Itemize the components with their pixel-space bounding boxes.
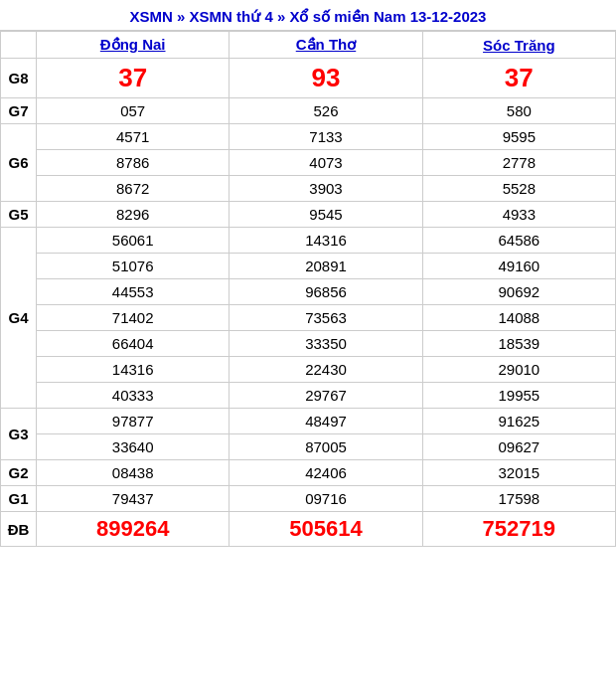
cell-col1: 71402 [37, 305, 230, 331]
cell-col2: 09716 [230, 486, 422, 512]
cell-col3: 49160 [422, 254, 615, 279]
cell-col3: 2778 [422, 150, 615, 176]
cell-col3: 580 [422, 98, 615, 124]
header-sep2: » [273, 8, 290, 25]
cell-col3: 29010 [422, 357, 615, 383]
cell-col2: 505614 [230, 512, 422, 547]
cell-col1: 14316 [37, 357, 230, 383]
prize-label: G1 [1, 486, 37, 512]
cell-col2: 3903 [230, 176, 422, 202]
cell-col1: 51076 [37, 254, 230, 279]
cell-col1: 37 [37, 59, 230, 98]
prize-label: G5 [1, 202, 37, 228]
col-header-label [1, 32, 37, 59]
page-header: XSMN » XSMN thứ 4 » Xổ số miền Nam 13-12… [0, 0, 616, 31]
cell-col2: 20891 [230, 254, 422, 279]
table-row: G5829695454933 [1, 202, 616, 228]
table-row: 867239035528 [1, 176, 616, 202]
header-xsmn: XSMN [130, 8, 173, 25]
col-header-dong-nai: Đồng Nai [37, 32, 230, 59]
lottery-table: Đồng Nai Cần Thơ Sóc Trăng G8379337G7057… [0, 31, 616, 547]
prize-label: ĐB [1, 512, 37, 547]
table-row: ĐB899264505614752719 [1, 512, 616, 547]
cell-col3: 9595 [422, 124, 615, 150]
cell-col3: 14088 [422, 305, 615, 331]
cell-col2: 42406 [230, 460, 422, 486]
cell-col2: 87005 [230, 434, 422, 460]
table-row: 714027356314088 [1, 305, 616, 331]
cell-col2: 33350 [230, 331, 422, 357]
prize-label: G6 [1, 124, 37, 202]
cell-col3: 32015 [422, 460, 615, 486]
cell-col1: 66404 [37, 331, 230, 357]
cell-col3: 18539 [422, 331, 615, 357]
cell-col2: 22430 [230, 357, 422, 383]
cell-col1: 33640 [37, 434, 230, 460]
header-date: Xổ số miền Nam 13-12-2023 [289, 8, 486, 25]
table-row: G7057526580 [1, 98, 616, 124]
col-header-soc-trang: Sóc Trăng [422, 32, 615, 59]
table-row: G8379337 [1, 59, 616, 98]
cell-col1: 8786 [37, 150, 230, 176]
cell-col2: 93 [230, 59, 422, 98]
cell-col2: 73563 [230, 305, 422, 331]
header-thu4: XSMN thứ 4 [190, 8, 273, 25]
cell-col3: 37 [422, 59, 615, 98]
cell-col2: 96856 [230, 279, 422, 305]
table-row: G3978774849791625 [1, 409, 616, 434]
cell-col2: 48497 [230, 409, 422, 434]
table-row: G6457171339595 [1, 124, 616, 150]
cell-col3: 64586 [422, 228, 615, 254]
cell-col1: 4571 [37, 124, 230, 150]
cell-col1: 8672 [37, 176, 230, 202]
cell-col1: 08438 [37, 460, 230, 486]
prize-label: G4 [1, 228, 37, 409]
table-row: 878640732778 [1, 150, 616, 176]
cell-col1: 899264 [37, 512, 230, 547]
prize-label: G8 [1, 59, 37, 98]
table-row: G1794370971617598 [1, 486, 616, 512]
prize-label: G3 [1, 409, 37, 460]
prize-label: G7 [1, 98, 37, 124]
table-row: 403332976719955 [1, 383, 616, 409]
cell-col2: 526 [230, 98, 422, 124]
table-row: 510762089149160 [1, 254, 616, 279]
table-row: 664043335018539 [1, 331, 616, 357]
cell-col2: 9545 [230, 202, 422, 228]
cell-col3: 17598 [422, 486, 615, 512]
cell-col2: 29767 [230, 383, 422, 409]
cell-col1: 97877 [37, 409, 230, 434]
table-row: 336408700509627 [1, 434, 616, 460]
cell-col1: 8296 [37, 202, 230, 228]
cell-col1: 44553 [37, 279, 230, 305]
cell-col3: 09627 [422, 434, 615, 460]
table-row: 445539685690692 [1, 279, 616, 305]
cell-col3: 752719 [422, 512, 615, 547]
cell-col2: 4073 [230, 150, 422, 176]
cell-col2: 14316 [230, 228, 422, 254]
cell-col1: 057 [37, 98, 230, 124]
cell-col1: 56061 [37, 228, 230, 254]
cell-col3: 19955 [422, 383, 615, 409]
cell-col1: 79437 [37, 486, 230, 512]
cell-col1: 40333 [37, 383, 230, 409]
col-header-can-tho: Cần Thơ [230, 32, 422, 59]
cell-col2: 7133 [230, 124, 422, 150]
cell-col3: 4933 [422, 202, 615, 228]
prize-label: G2 [1, 460, 37, 486]
table-row: 143162243029010 [1, 357, 616, 383]
table-row: G2084384240632015 [1, 460, 616, 486]
table-row: G4560611431664586 [1, 228, 616, 254]
header-sep1: » [173, 8, 190, 25]
cell-col3: 5528 [422, 176, 615, 202]
cell-col3: 91625 [422, 409, 615, 434]
cell-col3: 90692 [422, 279, 615, 305]
